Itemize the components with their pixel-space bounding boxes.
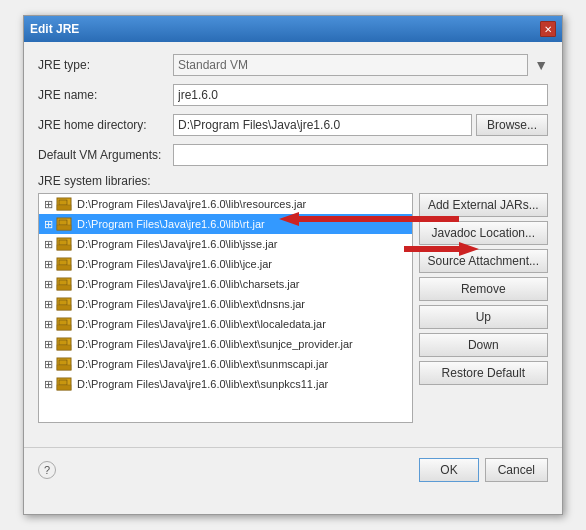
svg-rect-8 (57, 245, 71, 250)
source-attachment-button[interactable]: Source Attachment... (419, 249, 548, 273)
jre-type-label: JRE type: (38, 58, 173, 72)
svg-rect-29 (57, 385, 71, 390)
dialog-title: Edit JRE (30, 22, 79, 36)
restore-default-button[interactable]: Restore Default (419, 361, 548, 385)
jar-icon (55, 356, 73, 372)
svg-rect-26 (57, 365, 71, 370)
library-path: D:\Program Files\Java\jre1.6.0\lib\ext\l… (77, 318, 326, 330)
svg-rect-10 (59, 260, 67, 265)
jre-home-input[interactable] (173, 114, 472, 136)
jre-name-input[interactable] (173, 84, 548, 106)
close-button[interactable]: ✕ (540, 21, 556, 37)
library-path: D:\Program Files\Java\jre1.6.0\lib\ext\d… (77, 298, 305, 310)
jre-type-row: JRE type: ▼ (38, 54, 548, 76)
svg-rect-17 (57, 305, 71, 310)
expand-arrow-icon: ⊞ (43, 379, 53, 389)
expand-arrow-icon: ⊞ (43, 319, 53, 329)
jar-icon (55, 376, 73, 392)
help-button[interactable]: ? (38, 461, 56, 479)
title-bar: Edit JRE ✕ (24, 16, 562, 42)
list-item[interactable]: ⊞ D:\Program Files\Java\jre1.6.0\lib\ext… (39, 374, 412, 394)
jre-type-field-container: ▼ (173, 54, 548, 76)
list-item[interactable]: ⊞ D:\Program Files\Java\jre1.6.0\lib\ext… (39, 354, 412, 374)
libraries-list[interactable]: ⊞ D:\Program Files\Java\jre1.6.0\lib\res… (38, 193, 413, 423)
library-path: D:\Program Files\Java\jre1.6.0\lib\jce.j… (77, 258, 272, 270)
expand-arrow-icon: ⊞ (43, 219, 53, 229)
list-item[interactable]: ⊞ D:\Program Files\Java\jre1.6.0\lib\cha… (39, 274, 412, 294)
up-button[interactable]: Up (419, 305, 548, 329)
list-item[interactable]: ⊞ D:\Program Files\Java\jre1.6.0\lib\jce… (39, 254, 412, 274)
jre-type-input (173, 54, 528, 76)
expand-arrow-icon: ⊞ (43, 299, 53, 309)
svg-rect-7 (59, 240, 67, 245)
expand-arrow-icon: ⊞ (43, 279, 53, 289)
javadoc-location-button[interactable]: Javadoc Location... (419, 221, 548, 245)
ok-button[interactable]: OK (419, 458, 478, 482)
svg-rect-14 (57, 285, 71, 290)
library-path: D:\Program Files\Java\jre1.6.0\lib\chars… (77, 278, 300, 290)
jar-icon (55, 276, 73, 292)
svg-rect-22 (59, 340, 67, 345)
jar-icon (55, 316, 73, 332)
svg-rect-20 (57, 325, 71, 330)
expand-arrow-icon: ⊞ (43, 199, 53, 209)
library-path: D:\Program Files\Java\jre1.6.0\lib\ext\s… (77, 338, 353, 350)
remove-button[interactable]: Remove (419, 277, 548, 301)
library-path: D:\Program Files\Java\jre1.6.0\lib\jsse.… (77, 238, 278, 250)
browse-button[interactable]: Browse... (476, 114, 548, 136)
jar-icon (55, 256, 73, 272)
list-item[interactable]: ⊞ D:\Program Files\Java\jre1.6.0\lib\res… (39, 194, 412, 214)
svg-rect-11 (57, 265, 71, 270)
libraries-section-label: JRE system libraries: (38, 174, 548, 188)
jre-name-row: JRE name: (38, 84, 548, 106)
svg-rect-25 (59, 360, 67, 365)
svg-rect-23 (57, 345, 71, 350)
jre-name-label: JRE name: (38, 88, 173, 102)
library-path: D:\Program Files\Java\jre1.6.0\lib\resou… (77, 198, 306, 210)
libraries-area: ⊞ D:\Program Files\Java\jre1.6.0\lib\res… (38, 193, 548, 423)
jar-icon (55, 296, 73, 312)
library-path: D:\Program Files\Java\jre1.6.0\lib\rt.ja… (77, 218, 265, 230)
library-path: D:\Program Files\Java\jre1.6.0\lib\ext\s… (77, 358, 328, 370)
jre-home-label: JRE home directory: (38, 118, 173, 132)
expand-arrow-icon: ⊞ (43, 359, 53, 369)
jar-icon (55, 236, 73, 252)
jar-icon (55, 196, 73, 212)
down-button[interactable]: Down (419, 333, 548, 357)
dialog-action-buttons: OK Cancel (419, 458, 548, 482)
vm-args-row: Default VM Arguments: (38, 144, 548, 166)
svg-rect-28 (59, 380, 67, 385)
svg-rect-19 (59, 320, 67, 325)
library-path: D:\Program Files\Java\jre1.6.0\lib\ext\s… (77, 378, 328, 390)
svg-rect-1 (59, 200, 67, 205)
list-item[interactable]: ⊞ D:\Program Files\Java\jre1.6.0\lib\jss… (39, 234, 412, 254)
list-item[interactable]: ⊞ D:\Program Files\Java\jre1.6.0\lib\ext… (39, 334, 412, 354)
list-item[interactable]: ⊞ D:\Program Files\Java\jre1.6.0\lib\rt.… (39, 214, 412, 234)
bottom-bar: ? OK Cancel (24, 447, 562, 492)
expand-arrow-icon: ⊞ (43, 259, 53, 269)
side-buttons-panel: Add External JARs... Javadoc Location...… (419, 193, 548, 423)
list-item[interactable]: ⊞ D:\Program Files\Java\jre1.6.0\lib\ext… (39, 294, 412, 314)
vm-args-label: Default VM Arguments: (38, 148, 173, 162)
svg-rect-16 (59, 300, 67, 305)
jar-icon (55, 216, 73, 232)
expand-arrow-icon: ⊞ (43, 239, 53, 249)
jre-type-dropdown-icon[interactable]: ▼ (534, 54, 548, 76)
jre-home-field-container: Browse... (173, 114, 548, 136)
svg-rect-5 (57, 225, 71, 230)
svg-rect-13 (59, 280, 67, 285)
vm-args-input[interactable] (173, 144, 548, 166)
title-bar-controls: ✕ (540, 21, 556, 37)
jar-icon (55, 336, 73, 352)
edit-jre-dialog: Edit JRE ✕ JRE type: ▼ JRE name: JRE hom… (23, 15, 563, 515)
svg-rect-4 (59, 220, 67, 225)
expand-arrow-icon: ⊞ (43, 339, 53, 349)
jre-home-row: JRE home directory: Browse... (38, 114, 548, 136)
cancel-button[interactable]: Cancel (485, 458, 548, 482)
list-item[interactable]: ⊞ D:\Program Files\Java\jre1.6.0\lib\ext… (39, 314, 412, 334)
add-external-jars-button[interactable]: Add External JARs... (419, 193, 548, 217)
svg-rect-2 (57, 205, 71, 210)
dialog-content: JRE type: ▼ JRE name: JRE home directory… (24, 42, 562, 435)
